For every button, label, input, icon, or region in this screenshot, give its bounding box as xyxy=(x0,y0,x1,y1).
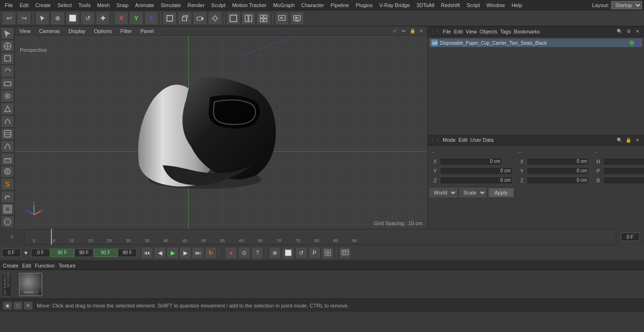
attr-mode-menu[interactable]: Mode xyxy=(443,137,456,143)
viewport-arrows-icon[interactable]: ⇔ xyxy=(400,27,407,35)
sidebar-tool-12[interactable] xyxy=(1,166,14,178)
axis-z-button[interactable]: Z xyxy=(144,12,158,25)
menu-vray[interactable]: V-Ray Bridge xyxy=(377,1,413,9)
scale-key-button[interactable]: ⬜ xyxy=(282,247,294,259)
sidebar-tool-9[interactable] xyxy=(1,128,14,140)
om-view-menu[interactable]: View xyxy=(466,29,477,34)
to-end-button[interactable]: ⏭ xyxy=(192,247,204,259)
fps-button[interactable] xyxy=(339,247,351,259)
step-back-button[interactable]: ◀ xyxy=(154,247,166,259)
display-menu[interactable]: Display xyxy=(66,28,88,34)
timeline-ruler[interactable]: 5 10 15 20 25 30 35 40 45 50 55 60 65 70… xyxy=(25,229,616,245)
loop-button[interactable]: ↻ xyxy=(205,247,217,259)
om-edit-menu[interactable]: Edit xyxy=(454,29,463,34)
axis-y-button[interactable]: Y xyxy=(129,12,143,25)
object-visible-dot[interactable] xyxy=(629,40,634,45)
sidebar-tool-rotate[interactable] xyxy=(1,65,14,77)
status-icon-3[interactable]: ✕ xyxy=(24,301,33,310)
attr-close-icon[interactable]: ✕ xyxy=(634,136,641,144)
move-button[interactable]: ⊕ xyxy=(50,12,65,25)
step-forward-button[interactable]: ▶ xyxy=(179,247,191,259)
pos-x-input[interactable] xyxy=(440,158,502,165)
om-filter-icon[interactable]: ⚙ xyxy=(625,28,632,35)
param-key-button[interactable]: P xyxy=(308,247,321,259)
om-search-icon[interactable]: 🔍 xyxy=(616,28,623,35)
frame-down-icon[interactable]: ▼ xyxy=(21,248,31,258)
material-create-menu[interactable]: Create xyxy=(3,263,18,268)
status-icon-1[interactable]: ◉ xyxy=(3,301,12,310)
menu-script[interactable]: Script xyxy=(464,1,483,9)
om-objects-menu[interactable]: Objects xyxy=(479,29,497,34)
menu-simulate[interactable]: Simulate xyxy=(158,1,184,9)
sidebar-tool-1[interactable] xyxy=(1,27,14,40)
pos-y-input[interactable] xyxy=(440,167,512,175)
sidebar-tool-2[interactable] xyxy=(1,40,14,52)
material-texture-menu[interactable]: Texture xyxy=(58,263,75,268)
menu-file[interactable]: File xyxy=(2,1,16,9)
all-key-button[interactable] xyxy=(322,247,334,259)
menu-redshift[interactable]: Redshift xyxy=(438,1,462,9)
frame-input-right[interactable] xyxy=(621,233,640,241)
split-view-button[interactable] xyxy=(241,12,256,25)
translate-key-button[interactable]: ⊕ xyxy=(269,247,281,259)
menu-mograph[interactable]: MoGraph xyxy=(270,1,297,9)
sidebar-tool-7[interactable] xyxy=(1,103,14,115)
om-tags-menu[interactable]: Tags xyxy=(500,29,511,34)
rotate-key-button[interactable]: ↺ xyxy=(295,247,307,259)
scale-button[interactable]: ⬜ xyxy=(66,12,80,25)
single-view-button[interactable] xyxy=(226,12,240,25)
sidebar-tool-16[interactable] xyxy=(1,216,14,228)
playback-start-frame[interactable] xyxy=(31,249,50,257)
rotate-button[interactable]: ↺ xyxy=(81,12,95,25)
status-icon-2[interactable]: □ xyxy=(13,301,23,310)
timeline-cursor[interactable] xyxy=(51,229,52,245)
attr-search-icon[interactable]: 🔍 xyxy=(616,136,623,144)
om-close-icon[interactable]: ✕ xyxy=(634,28,641,35)
playback-current-frame[interactable] xyxy=(2,249,21,257)
layout-select[interactable]: Startup xyxy=(611,1,642,9)
sidebar-tool-3[interactable] xyxy=(1,52,14,65)
material-edit-menu[interactable]: Edit xyxy=(22,263,31,268)
playback-preview-end[interactable] xyxy=(118,249,137,257)
filter-menu[interactable]: Filter xyxy=(118,28,134,34)
h-input[interactable] xyxy=(603,158,644,165)
redo-button[interactable]: ↪ xyxy=(17,12,31,25)
attr-lock-icon[interactable]: 🔒 xyxy=(625,136,632,144)
sidebar-tool-6[interactable] xyxy=(1,90,14,102)
cameras-menu[interactable]: Cameras xyxy=(37,28,63,34)
menu-3dtoall[interactable]: 3DToAll xyxy=(413,1,437,9)
object-render-dot[interactable] xyxy=(636,40,640,45)
record-button[interactable]: ● xyxy=(225,247,237,259)
render-button[interactable] xyxy=(290,12,304,25)
render-preview-button[interactable] xyxy=(275,12,289,25)
attr-edit-menu[interactable]: Edit xyxy=(459,137,468,143)
menu-motion-tracker[interactable]: Motion Tracker xyxy=(229,1,269,9)
panel-menu[interactable]: Panel xyxy=(138,28,156,34)
rot-y-input[interactable] xyxy=(527,167,589,175)
auto-key-button[interactable]: ⊙ xyxy=(238,247,250,259)
sidebar-tool-14[interactable] xyxy=(1,191,14,203)
rot-x-input[interactable] xyxy=(527,158,589,165)
quad-view-button[interactable] xyxy=(256,12,271,25)
select-button[interactable] xyxy=(35,12,50,25)
menu-animate[interactable]: Animate xyxy=(132,1,157,9)
material-swatch-holder[interactable]: holder_l xyxy=(19,273,42,296)
menu-render[interactable]: Render xyxy=(185,1,207,9)
om-file-menu[interactable]: File xyxy=(443,29,451,34)
viewport-menu-icon[interactable]: ≡ xyxy=(418,27,425,35)
apply-button[interactable]: Apply xyxy=(488,188,514,197)
pos-z-input[interactable] xyxy=(440,177,512,184)
menu-plugins[interactable]: Plugins xyxy=(353,1,375,9)
sidebar-tool-15[interactable] xyxy=(1,203,14,216)
light-button[interactable] xyxy=(208,12,222,25)
om-bookmarks-menu[interactable]: Bookmarks xyxy=(514,29,540,34)
menu-sculpt[interactable]: Sculpt xyxy=(208,1,229,9)
axis-x-button[interactable]: X xyxy=(114,12,128,25)
camera-button[interactable] xyxy=(193,12,207,25)
null-button[interactable] xyxy=(163,12,177,25)
sidebar-tool-11[interactable] xyxy=(1,153,14,165)
menu-character[interactable]: Character xyxy=(298,1,327,9)
menu-help[interactable]: Help xyxy=(509,1,525,9)
b-input[interactable] xyxy=(603,177,644,184)
menu-tools[interactable]: Tools xyxy=(75,1,93,9)
